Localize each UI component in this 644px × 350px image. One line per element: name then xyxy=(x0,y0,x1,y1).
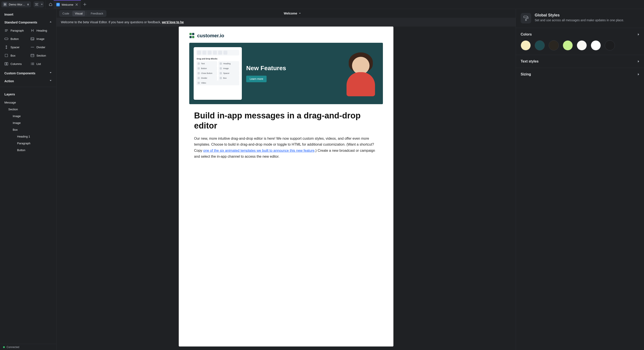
component-paragraph[interactable]: Paragraph xyxy=(2,26,28,35)
global-styles-header: Global Styles Set and use across all mes… xyxy=(516,9,644,28)
align-center-icon xyxy=(34,3,38,6)
layer-row[interactable]: Section xyxy=(1,106,55,113)
component-label: Box xyxy=(10,54,15,57)
new-tab-button[interactable] xyxy=(81,0,89,9)
color-swatch[interactable] xyxy=(577,40,587,50)
svg-rect-0 xyxy=(4,38,8,40)
viewport-dropdown[interactable] xyxy=(40,1,44,8)
status-dot-icon xyxy=(3,346,5,348)
svg-point-7 xyxy=(31,64,31,64)
chevron-down-icon xyxy=(50,80,52,82)
component-divider[interactable]: Divider xyxy=(28,43,54,51)
mode-code[interactable]: Code xyxy=(60,11,72,16)
component-label: Image xyxy=(36,37,44,41)
top-bar: D Demo Wor… Welcome xyxy=(0,0,644,9)
hero-block-chip: Heading xyxy=(218,61,239,66)
component-heading[interactable]: Heading xyxy=(28,26,54,35)
colors-row[interactable]: Colors xyxy=(521,33,639,36)
chevron-up-icon xyxy=(50,21,52,24)
hero-block-chip: Video xyxy=(196,80,239,85)
text-styles-row[interactable]: Text styles xyxy=(521,59,639,63)
component-list[interactable]: List xyxy=(28,60,54,68)
insert-panel-title: Insert xyxy=(0,9,56,19)
center-panel: Code Visual Feedback Welcome Welcome to … xyxy=(56,9,516,350)
banner-link[interactable]: we'd love to he xyxy=(162,20,184,24)
accordion-label: Action xyxy=(4,79,14,83)
action-accordion[interactable]: Action xyxy=(0,77,56,85)
paragraph-icon xyxy=(4,29,8,33)
accordion-label: Custom Components xyxy=(4,72,36,75)
email-logo-block: customer.io xyxy=(179,27,394,43)
hero-block-panel: Drag and Drop Blocks TextHeadingButtonIm… xyxy=(194,47,242,100)
component-box[interactable]: Box xyxy=(2,51,28,60)
svg-point-6 xyxy=(31,63,31,63)
color-swatch[interactable] xyxy=(521,40,531,50)
component-label: Spacer xyxy=(10,46,20,49)
workspace-badge: D xyxy=(3,3,7,6)
tab-welcome[interactable]: Welcome xyxy=(54,0,81,9)
component-button[interactable]: Button xyxy=(2,35,28,43)
component-spacer[interactable]: Spacer xyxy=(2,43,28,51)
hero-tool-icon xyxy=(197,51,201,55)
chevron-down-icon xyxy=(41,4,43,5)
layer-row[interactable]: Box xyxy=(1,126,55,133)
status-text: Connected xyxy=(6,345,19,349)
layer-row[interactable]: Image xyxy=(1,119,55,126)
color-swatch[interactable] xyxy=(605,40,615,50)
workspace-selector[interactable]: D Demo Wor… xyxy=(1,1,31,8)
color-swatches xyxy=(521,40,639,50)
component-section[interactable]: Section xyxy=(28,51,54,60)
feedback-button[interactable]: Feedback xyxy=(88,11,106,16)
component-image[interactable]: Image xyxy=(28,35,54,43)
home-button[interactable] xyxy=(48,1,54,8)
component-columns[interactable]: Columns xyxy=(2,60,28,68)
component-label: Section xyxy=(36,54,46,57)
color-swatch[interactable] xyxy=(549,40,559,50)
tab-close-button[interactable] xyxy=(75,3,78,6)
sizing-row[interactable]: Sizing xyxy=(521,72,639,76)
left-sidebar: Insert Standard Components Paragraph Hea… xyxy=(0,9,56,350)
mode-visual[interactable]: Visual xyxy=(72,11,85,16)
viewport-button[interactable] xyxy=(34,1,40,8)
layers-panel-title: Layers xyxy=(0,89,56,98)
sort-icon xyxy=(27,3,29,6)
sizing-label: Sizing xyxy=(521,72,531,76)
logo-text: customer.io xyxy=(197,33,224,39)
plus-icon xyxy=(83,3,86,6)
layer-row[interactable]: Image xyxy=(1,113,55,119)
component-label: Columns xyxy=(10,62,22,66)
spacer-icon xyxy=(4,45,8,49)
hero-block-chip: Divider xyxy=(196,76,217,80)
chevron-right-icon xyxy=(638,60,639,63)
component-grid: Paragraph Heading Button Image Spacer xyxy=(0,26,56,69)
svg-rect-10 xyxy=(526,20,526,21)
layer-row[interactable]: Heading 1 xyxy=(1,133,55,140)
hero-image: Drag and Drop Blocks TextHeadingButtonIm… xyxy=(189,43,383,104)
custom-components-accordion[interactable]: Custom Components xyxy=(0,69,56,77)
divider xyxy=(86,12,87,15)
layer-list: MessageSectionImageImageBoxHeading 1Para… xyxy=(0,98,56,162)
hero-block-chip: Spacer xyxy=(218,71,239,76)
global-styles-icon xyxy=(521,13,531,24)
color-swatch[interactable] xyxy=(563,40,573,50)
email-preview[interactable]: customer.io Drag and Drop Block xyxy=(179,27,394,346)
color-swatch[interactable] xyxy=(591,40,601,50)
layer-row[interactable]: Paragraph xyxy=(1,140,55,147)
heading-icon xyxy=(30,29,34,33)
component-label: List xyxy=(36,62,41,66)
canvas[interactable]: customer.io Drag and Drop Block xyxy=(56,27,516,350)
workspace-name: Demo Wor… xyxy=(9,3,25,6)
color-swatch[interactable] xyxy=(535,40,545,50)
svg-rect-9 xyxy=(524,16,527,18)
sizing-section: Sizing xyxy=(516,68,644,81)
document-title-dropdown[interactable]: Welcome xyxy=(284,12,301,15)
layer-row[interactable]: Message xyxy=(1,99,55,106)
standard-components-accordion[interactable]: Standard Components xyxy=(0,19,56,26)
viewport-group xyxy=(34,1,44,8)
svg-rect-3 xyxy=(31,54,34,57)
chevron-down-icon xyxy=(50,72,52,74)
layer-row[interactable]: Button xyxy=(1,147,55,153)
article-link[interactable]: one of the six animated templates we bui… xyxy=(203,149,314,152)
tab-strip: Welcome xyxy=(54,0,89,9)
home-icon xyxy=(49,3,52,6)
